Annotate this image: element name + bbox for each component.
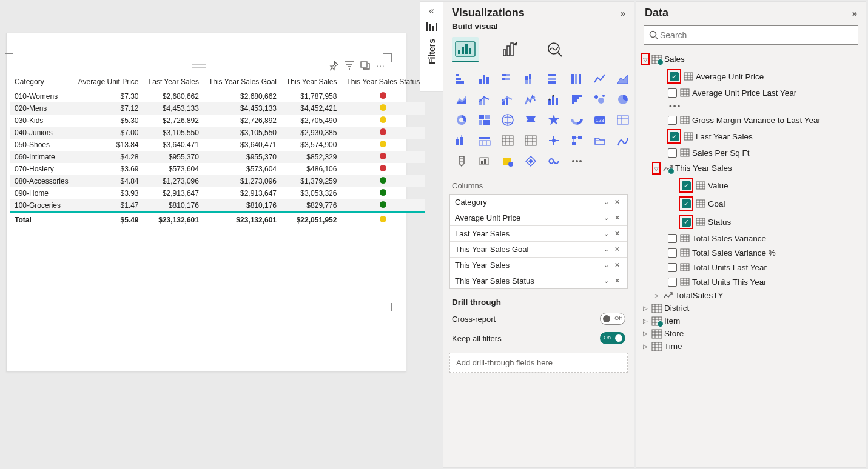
- field-goal[interactable]: Goal: [640, 195, 862, 213]
- more-fields-icon[interactable]: •••: [640, 100, 862, 113]
- table-row[interactable]: 060-Intimate$4.28$955,370$955,370$852,32…: [10, 151, 425, 163]
- table-row[interactable]: 090-Home$3.93$2,913,647$2,913,647$3,053,…: [10, 187, 425, 199]
- checkbox[interactable]: [682, 218, 691, 227]
- column-header[interactable]: Average Unit Price: [73, 74, 144, 90]
- table-row[interactable]: 040-Juniors$7.00$3,105,550$3,105,550$2,9…: [10, 127, 425, 139]
- field-aup-last-year[interactable]: Average Unit Price Last Year: [640, 85, 862, 100]
- keep-filters-toggle[interactable]: On: [600, 332, 625, 344]
- field-total-units-ly[interactable]: Total Units Last Year: [640, 260, 862, 274]
- chevron-down-icon[interactable]: ▽: [654, 165, 659, 172]
- table-row[interactable]: 010-Womens$7.30$2,680,662$2,680,662$1,78…: [10, 90, 425, 103]
- checkbox[interactable]: [668, 88, 677, 98]
- field-total-units-ty[interactable]: Total Units This Year: [640, 274, 862, 289]
- column-header[interactable]: This Year Sales Goal: [204, 74, 281, 90]
- table-row[interactable]: 100-Groceries$1.47$810,176$810,176$829,7…: [10, 199, 425, 212]
- visual-type-21[interactable]: [567, 111, 587, 129]
- chevron-right-icon[interactable]: ▷: [641, 305, 650, 311]
- column-header[interactable]: Category: [10, 74, 73, 90]
- table-row[interactable]: 020-Mens$7.12$4,453,133$4,453,133$4,452,…: [10, 102, 425, 115]
- field-last-year-sales[interactable]: Last Year Sales: [640, 127, 862, 145]
- visual-type-0[interactable]: [452, 70, 471, 88]
- visual-type-29[interactable]: [567, 131, 587, 150]
- visual-type-12[interactable]: [544, 90, 564, 108]
- table-time[interactable]: ▷ Time: [640, 340, 862, 353]
- focus-mode-icon[interactable]: [360, 61, 370, 70]
- visual-type-7[interactable]: [613, 70, 633, 88]
- field-chip[interactable]: This Year Sales⌄✕: [450, 258, 627, 273]
- field-chip[interactable]: Average Unit Price⌄✕: [450, 210, 627, 226]
- expand-filters-icon[interactable]: «: [429, 5, 434, 16]
- pin-icon[interactable]: [329, 61, 338, 70]
- table-item[interactable]: ▷ Item: [640, 314, 862, 327]
- chevron-down-icon[interactable]: ⌄: [601, 261, 611, 269]
- checkbox[interactable]: [668, 278, 677, 287]
- visual-type-9[interactable]: [475, 90, 494, 108]
- format-visual-tab[interactable]: [497, 37, 523, 62]
- checkbox[interactable]: [670, 132, 679, 141]
- visual-type-33[interactable]: [475, 152, 494, 170]
- table-visual[interactable]: ··· CategoryAverage Unit PriceLast Year …: [10, 58, 388, 308]
- visual-type-20[interactable]: [544, 111, 564, 129]
- visual-type-19[interactable]: [521, 111, 540, 129]
- more-options-icon[interactable]: ···: [376, 61, 386, 70]
- remove-icon[interactable]: ✕: [611, 230, 622, 238]
- visual-type-1[interactable]: [475, 70, 494, 88]
- remove-icon[interactable]: ✕: [611, 245, 622, 253]
- field-chip[interactable]: Last Year Sales⌄✕: [450, 226, 627, 242]
- visual-type-15[interactable]: [613, 90, 633, 108]
- collapse-viz-icon[interactable]: »: [621, 8, 625, 18]
- chevron-down-icon[interactable]: ⌄: [601, 277, 611, 285]
- visual-type-14[interactable]: [590, 90, 610, 108]
- chevron-down-icon[interactable]: ⌄: [601, 214, 611, 222]
- remove-icon[interactable]: ✕: [611, 198, 622, 206]
- field-total-sales-variance-pct[interactable]: Total Sales Variance %: [640, 245, 862, 260]
- field-chip[interactable]: This Year Sales Status⌄✕: [450, 273, 627, 288]
- field-status[interactable]: Status: [640, 213, 862, 231]
- table-row[interactable]: 050-Shoes$13.84$3,640,471$3,640,471$3,57…: [10, 139, 425, 151]
- drillthrough-drop-area[interactable]: Add drill-through fields here: [449, 353, 628, 373]
- visual-type-37[interactable]: [567, 152, 587, 170]
- field-this-year-sales[interactable]: ▽ This Year Sales: [640, 160, 862, 176]
- checkbox[interactable]: [668, 148, 677, 158]
- chevron-right-icon[interactable]: ▷: [641, 330, 650, 337]
- table-row[interactable]: 080-Accessories$4.84$1,273,096$1,273,096…: [10, 175, 425, 187]
- search-box[interactable]: [644, 25, 858, 45]
- visual-type-22[interactable]: 123: [590, 111, 610, 129]
- field-chip[interactable]: Category⌄✕: [450, 195, 627, 210]
- column-header[interactable]: This Year Sales: [281, 74, 341, 90]
- checkbox[interactable]: [668, 263, 677, 272]
- field-total-sales-variance[interactable]: Total Sales Variance: [640, 231, 862, 245]
- visual-type-10[interactable]: [498, 90, 517, 108]
- filter-icon[interactable]: [345, 61, 354, 70]
- visual-type-5[interactable]: [567, 70, 587, 88]
- remove-icon[interactable]: ✕: [611, 277, 622, 285]
- visual-type-17[interactable]: [475, 111, 494, 129]
- field-sales-per-sqft[interactable]: Sales Per Sq Ft: [640, 145, 862, 160]
- chevron-right-icon[interactable]: ▷: [652, 292, 661, 299]
- checkbox[interactable]: [668, 248, 677, 258]
- column-header[interactable]: Last Year Sales: [144, 74, 204, 90]
- remove-icon[interactable]: ✕: [611, 261, 622, 269]
- analytics-tab[interactable]: [542, 37, 568, 62]
- visual-type-26[interactable]: [498, 131, 517, 150]
- chevron-right-icon[interactable]: ▷: [641, 343, 650, 350]
- checkbox[interactable]: [668, 234, 677, 243]
- chevron-down-icon[interactable]: ⌄: [601, 245, 611, 253]
- field-totalsalesty[interactable]: ▷ TotalSalesTY: [640, 289, 862, 302]
- visual-type-16[interactable]: [452, 111, 471, 129]
- checkbox[interactable]: [682, 199, 691, 208]
- visual-type-34[interactable]: [498, 152, 517, 170]
- table-sales[interactable]: ▽ Sales: [640, 51, 862, 67]
- visual-type-24[interactable]: [452, 131, 471, 150]
- visual-type-6[interactable]: [590, 70, 610, 88]
- table-row[interactable]: 030-Kids$5.30$2,726,892$2,726,892$2,705,…: [10, 115, 425, 127]
- visual-type-25[interactable]: [475, 131, 494, 150]
- visual-type-8[interactable]: [452, 90, 471, 108]
- chevron-down-icon[interactable]: ⌄: [601, 230, 611, 238]
- field-gross-margin-variance[interactable]: Gross Margin Variance to Last Year: [640, 113, 862, 127]
- field-chip[interactable]: This Year Sales Goal⌄✕: [450, 242, 627, 258]
- visual-type-3[interactable]: [521, 70, 540, 88]
- visual-type-18[interactable]: [498, 111, 517, 129]
- collapse-data-icon[interactable]: »: [852, 8, 857, 18]
- visual-type-36[interactable]: [544, 152, 564, 170]
